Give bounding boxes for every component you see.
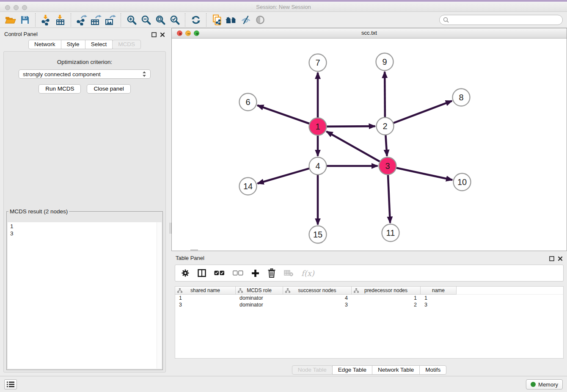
mcds-result-box: MCDS result (2 nodes) 1 3 bbox=[6, 208, 163, 370]
graph-edge-1-2[interactable] bbox=[327, 126, 375, 127]
add-column-icon[interactable] bbox=[251, 268, 259, 278]
tab-network[interactable]: Network bbox=[28, 40, 61, 49]
open-session-icon[interactable] bbox=[3, 13, 18, 27]
graph-edge-3-10[interactable] bbox=[396, 168, 453, 180]
graph-edge-4-14[interactable] bbox=[258, 168, 309, 184]
delete-column-trash-icon[interactable] bbox=[267, 268, 276, 278]
export-image-icon[interactable] bbox=[103, 13, 118, 27]
save-session-icon[interactable] bbox=[18, 13, 32, 27]
export-table-icon[interactable] bbox=[89, 13, 103, 27]
graph-node-label-15: 15 bbox=[313, 230, 322, 239]
network-window-titlebar: scc.txt bbox=[172, 28, 567, 39]
mcds-result-list[interactable]: 1 3 bbox=[8, 222, 162, 369]
memory-button[interactable]: Memory bbox=[526, 379, 563, 389]
tab-select[interactable]: Select bbox=[85, 40, 113, 49]
hide-panels-icon[interactable] bbox=[239, 13, 253, 27]
toolbar-separator bbox=[185, 13, 186, 27]
graph-edge-2-9[interactable] bbox=[385, 72, 385, 117]
show-panels-icon[interactable] bbox=[253, 13, 267, 27]
tab-motifs[interactable]: Motifs bbox=[419, 365, 446, 375]
network-window-title: scc.txt bbox=[361, 30, 377, 36]
network-minimize-button[interactable] bbox=[185, 30, 191, 36]
task-history-button[interactable] bbox=[4, 379, 17, 389]
canvas-splitter-handle[interactable] bbox=[190, 249, 198, 251]
mcds-result-title: MCDS result (2 nodes) bbox=[8, 208, 69, 215]
main-toolbar bbox=[0, 12, 567, 28]
table-row[interactable]: 1dominator411 bbox=[175, 295, 563, 301]
tab-node-table[interactable]: Node Table bbox=[292, 365, 333, 375]
graph-node-label-2: 2 bbox=[383, 121, 387, 131]
close-panel-icon[interactable] bbox=[160, 31, 165, 36]
toolbar-separator bbox=[71, 13, 72, 27]
run-mcds-button[interactable]: Run MCDS bbox=[39, 84, 81, 94]
table-cell: 1 bbox=[421, 295, 457, 301]
toolbar-separator bbox=[35, 13, 36, 27]
table-header-row: shared nameMCDS rolesuccessor nodesprede… bbox=[175, 287, 563, 295]
graph-node-label-10: 10 bbox=[457, 177, 467, 187]
export-network-icon[interactable] bbox=[74, 13, 89, 27]
graph-edge-1-6[interactable] bbox=[257, 105, 309, 124]
close-panel-button[interactable]: Close panel bbox=[87, 84, 130, 94]
graph-node-label-4: 4 bbox=[315, 161, 320, 171]
column-header-successor-nodes[interactable]: successor nodes bbox=[283, 287, 352, 295]
tab-mcds[interactable]: MCDS bbox=[112, 40, 141, 49]
zoom-fit-icon[interactable] bbox=[153, 13, 168, 27]
zoom-out-icon[interactable] bbox=[139, 13, 153, 27]
table-cell: 3 bbox=[421, 302, 457, 308]
column-header-MCDS-role[interactable]: MCDS role bbox=[236, 287, 283, 295]
tab-network-table[interactable]: Network Table bbox=[372, 365, 420, 375]
home-view-icon[interactable] bbox=[224, 13, 239, 27]
column-header-name[interactable]: name bbox=[421, 287, 457, 295]
graph-edge-3-11[interactable] bbox=[388, 175, 390, 223]
network-canvas[interactable]: 7968124314101511 bbox=[172, 38, 567, 251]
graph-edge-3-1[interactable] bbox=[326, 132, 380, 162]
memory-button-label: Memory bbox=[538, 381, 558, 388]
status-bar: Memory bbox=[0, 376, 567, 392]
search-input[interactable] bbox=[449, 16, 559, 23]
float-table-panel-icon[interactable] bbox=[549, 255, 554, 260]
graph-node-label-7: 7 bbox=[315, 58, 320, 67]
column-hierarchy-icon bbox=[177, 288, 182, 293]
graph-node-label-11: 11 bbox=[386, 228, 395, 237]
column-hierarchy-icon bbox=[238, 288, 243, 293]
network-zoom-button[interactable] bbox=[194, 30, 199, 36]
network-view-window: scc.txt 7968124314101511 bbox=[171, 28, 567, 251]
graph-edge-2-3[interactable] bbox=[385, 135, 387, 156]
mcds-panel: Optimization criterion: strongly connect… bbox=[3, 51, 166, 373]
import-table-icon[interactable] bbox=[53, 13, 68, 27]
table-row[interactable]: 3dominator323 bbox=[175, 301, 563, 308]
zoom-in-icon[interactable] bbox=[124, 13, 139, 27]
session-title: Session: New Session bbox=[0, 4, 567, 10]
app-titlebar: Session: New Session bbox=[0, 0, 567, 12]
table-panel-tabs: Node TableEdge TableNetwork TableMotifs bbox=[171, 365, 567, 375]
graph-node-label-6: 6 bbox=[245, 97, 250, 107]
network-close-button[interactable] bbox=[177, 30, 182, 36]
criterion-select[interactable]: strongly connected component bbox=[19, 69, 151, 79]
deselect-all-icon[interactable] bbox=[233, 268, 243, 278]
column-header-shared-name[interactable]: shared name bbox=[175, 287, 236, 295]
table-settings-gear-icon[interactable] bbox=[181, 268, 190, 278]
global-search[interactable] bbox=[439, 15, 563, 25]
tab-edge-table[interactable]: Edge Table bbox=[332, 365, 372, 375]
close-table-panel-icon[interactable] bbox=[558, 255, 563, 260]
zoom-selected-icon[interactable] bbox=[168, 13, 182, 27]
import-network-icon[interactable] bbox=[39, 13, 53, 27]
list-icon bbox=[7, 381, 14, 387]
table-cell: 4 bbox=[283, 295, 352, 301]
tab-style[interactable]: Style bbox=[61, 40, 85, 49]
clone-network-icon[interactable] bbox=[210, 13, 224, 27]
table-toolbar: f(x) bbox=[175, 265, 564, 282]
graph-edge-2-8[interactable] bbox=[394, 101, 452, 123]
table-cell: 3 bbox=[283, 302, 352, 308]
toolbar-separator bbox=[206, 13, 207, 27]
column-header-predecessor-nodes[interactable]: predecessor nodes bbox=[352, 287, 421, 295]
refresh-view-icon[interactable] bbox=[189, 13, 203, 27]
graph-node-label-1: 1 bbox=[315, 122, 320, 131]
float-panel-icon[interactable] bbox=[151, 31, 157, 36]
delete-table-icon bbox=[284, 268, 293, 278]
select-all-icon[interactable] bbox=[214, 268, 225, 278]
table-cell: 1 bbox=[352, 295, 421, 301]
column-hierarchy-icon bbox=[285, 288, 290, 293]
show-columns-icon[interactable] bbox=[198, 268, 206, 278]
apply-function-icon: f(x) bbox=[301, 268, 314, 278]
